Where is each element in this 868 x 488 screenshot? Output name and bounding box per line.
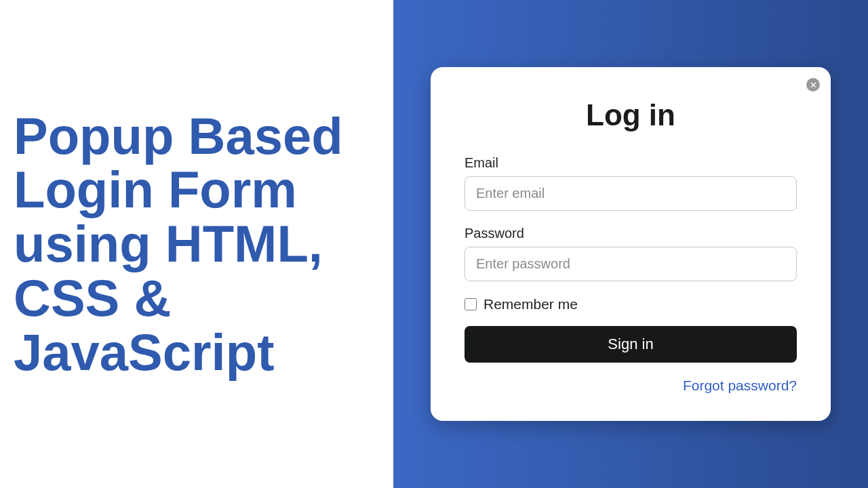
- email-group: Email: [465, 155, 797, 211]
- close-button[interactable]: ✕: [806, 78, 820, 92]
- close-icon: ✕: [810, 81, 817, 89]
- forgot-row: Forgot password?: [465, 378, 797, 394]
- login-title: Log in: [465, 98, 797, 132]
- page-title: Popup Based Login Form using HTML, CSS &…: [14, 109, 393, 380]
- password-group: Password: [465, 226, 797, 281]
- password-label: Password: [465, 226, 797, 241]
- forgot-password-link[interactable]: Forgot password?: [683, 378, 797, 393]
- login-popup: ✕ Log in Email Password Remember me Sign…: [431, 67, 831, 421]
- email-label: Email: [465, 155, 797, 171]
- remember-checkbox[interactable]: [465, 298, 477, 310]
- email-field[interactable]: [465, 176, 797, 211]
- signin-button[interactable]: Sign in: [465, 326, 797, 363]
- remember-row: Remember me: [465, 296, 797, 312]
- password-field[interactable]: [465, 247, 797, 281]
- right-panel: ✕ Log in Email Password Remember me Sign…: [393, 0, 868, 488]
- left-panel: Popup Based Login Form using HTML, CSS &…: [0, 0, 393, 488]
- remember-label: Remember me: [484, 296, 578, 312]
